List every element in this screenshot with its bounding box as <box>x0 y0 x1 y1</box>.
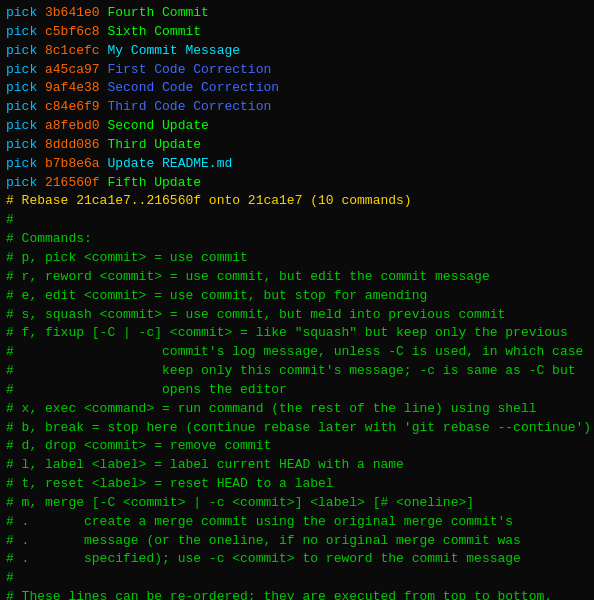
terminal-line: # opens the editor <box>6 381 588 400</box>
terminal-line: # b, break = stop here (continue rebase … <box>6 419 588 438</box>
terminal-line: # <box>6 569 588 588</box>
terminal-line: pick 216560f Fifth Update <box>6 174 588 193</box>
terminal-line: pick a45ca97 First Code Correction <box>6 61 588 80</box>
terminal-line: pick c5bf6c8 Sixth Commit <box>6 23 588 42</box>
terminal-line: # s, squash <commit> = use commit, but m… <box>6 306 588 325</box>
terminal-line: # . create a merge commit using the orig… <box>6 513 588 532</box>
terminal-line: pick 8ddd086 Third Update <box>6 136 588 155</box>
terminal-line: pick a8febd0 Second Update <box>6 117 588 136</box>
terminal-line: # . message (or the oneline, if no origi… <box>6 532 588 551</box>
terminal-line: # l, label <label> = label current HEAD … <box>6 456 588 475</box>
terminal-line: pick 9af4e38 Second Code Correction <box>6 79 588 98</box>
terminal-line: pick c84e6f9 Third Code Correction <box>6 98 588 117</box>
terminal-line: # m, merge [-C <commit> | -c <commit>] <… <box>6 494 588 513</box>
terminal-line: # p, pick <commit> = use commit <box>6 249 588 268</box>
terminal-line: # d, drop <commit> = remove commit <box>6 437 588 456</box>
terminal-line: pick 8c1cefc My Commit Message <box>6 42 588 61</box>
terminal-line: # Rebase 21ca1e7..216560f onto 21ca1e7 (… <box>6 192 588 211</box>
terminal-window: pick 3b641e0 Fourth Commitpick c5bf6c8 S… <box>0 0 594 600</box>
terminal-line: # e, edit <commit> = use commit, but sto… <box>6 287 588 306</box>
terminal-line: # f, fixup [-C | -c] <commit> = like "sq… <box>6 324 588 343</box>
terminal-line: # commit's log message, unless -C is use… <box>6 343 588 362</box>
terminal-line: # . specified); use -c <commit> to rewor… <box>6 550 588 569</box>
terminal-line: # r, reword <commit> = use commit, but e… <box>6 268 588 287</box>
terminal-line: # Commands: <box>6 230 588 249</box>
terminal-line: pick 3b641e0 Fourth Commit <box>6 4 588 23</box>
terminal-line: # t, reset <label> = reset HEAD to a lab… <box>6 475 588 494</box>
terminal-line: # <box>6 211 588 230</box>
terminal-line: # x, exec <command> = run command (the r… <box>6 400 588 419</box>
terminal-line: # These lines can be re-ordered; they ar… <box>6 588 588 600</box>
terminal-line: # keep only this commit's message; -c is… <box>6 362 588 381</box>
terminal-line: pick b7b8e6a Update README.md <box>6 155 588 174</box>
